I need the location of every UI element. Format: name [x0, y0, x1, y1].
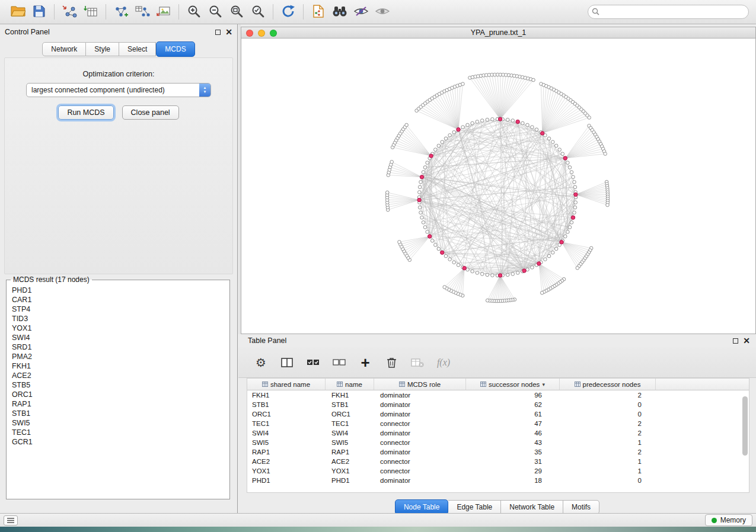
table-row[interactable]: ACE2 ACE2 connector 31 1: [247, 457, 749, 466]
import-table-button[interactable]: [80, 2, 101, 21]
tab-network[interactable]: Network: [42, 42, 86, 56]
delete-column-button[interactable]: [384, 354, 398, 371]
table-row[interactable]: SWI5 SWI5 connector 43 1: [247, 438, 749, 447]
status-menu-button[interactable]: [4, 515, 18, 525]
tab-edge-table[interactable]: Edge Table: [448, 500, 501, 514]
cytoscape-window: Control Panel ✕ Network Style Select MCD…: [0, 0, 756, 532]
mcds-result-item[interactable]: GCR1: [8, 437, 228, 447]
table-row[interactable]: YOX1 YOX1 connector 29 1: [247, 466, 749, 476]
table-row[interactable]: SWI4 SWI4 dominator 46 2: [247, 428, 749, 438]
import-network-icon: [62, 5, 77, 20]
deselect-all-button[interactable]: [332, 354, 346, 371]
mcds-result-item[interactable]: PHD1: [8, 286, 228, 295]
column-header-name[interactable]: name: [326, 379, 374, 390]
network-window-titlebar[interactable]: YPA_prune.txt_1: [241, 27, 755, 39]
network-graph[interactable]: [241, 39, 755, 334]
binoculars-icon: [331, 5, 348, 19]
optimization-select[interactable]: largest connected component (undirected)…: [26, 83, 211, 97]
float-panel-icon[interactable]: [215, 30, 221, 35]
add-column-button[interactable]: +: [358, 354, 372, 371]
export-document-button[interactable]: [308, 2, 329, 21]
save-button[interactable]: [28, 2, 50, 21]
table-row[interactable]: TEC1 TEC1 connector 47 2: [247, 419, 749, 428]
mcds-options-card: Optimization criterion: largest connecte…: [4, 57, 233, 274]
close-window-icon[interactable]: [246, 30, 253, 37]
zoom-fit-button[interactable]: [226, 2, 247, 21]
run-mcds-button[interactable]: Run MCDS: [58, 105, 113, 120]
mcds-result-item[interactable]: PMA2: [8, 352, 228, 361]
mcds-result-box: MCDS result (17 nodes) PHD1 CAR1 STP4 TI…: [6, 275, 230, 499]
mcds-result-item[interactable]: ORC1: [8, 390, 228, 399]
mcds-result-item[interactable]: CAR1: [8, 295, 228, 305]
mcds-result-item[interactable]: FKH1: [8, 361, 228, 371]
zoom-out-button[interactable]: [205, 2, 226, 21]
trash-icon: [387, 357, 397, 368]
table-row[interactable]: FKH1 FKH1 dominator 96 2: [247, 390, 749, 400]
column-header-shared-name[interactable]: shared name: [247, 379, 326, 390]
table-row[interactable]: ORC1 ORC1 dominator 61 0: [247, 409, 749, 419]
desktop-wallpaper: [0, 527, 756, 532]
table-settings-button[interactable]: ⚙: [254, 354, 268, 371]
close-panel-icon[interactable]: ✕: [225, 28, 232, 36]
network-from-table-button[interactable]: [132, 2, 153, 21]
eye-icon: [375, 6, 390, 18]
mcds-result-item[interactable]: YOX1: [8, 323, 228, 333]
tab-mcds[interactable]: MCDS: [156, 41, 194, 57]
column-grid-icon: [262, 382, 268, 387]
close-panel-button[interactable]: Close panel: [122, 105, 179, 120]
mcds-result-item[interactable]: STB1: [8, 409, 228, 418]
import-network-button[interactable]: [59, 2, 80, 21]
tab-network-table[interactable]: Network Table: [501, 500, 563, 514]
memory-button[interactable]: Memory: [705, 514, 752, 526]
mcds-result-item[interactable]: SWI4: [8, 333, 228, 342]
tab-motifs[interactable]: Motifs: [563, 500, 599, 514]
table-row[interactable]: RAP1 RAP1 dominator 35 2: [247, 447, 749, 457]
column-header-successor-nodes[interactable]: successor nodes ▾: [466, 379, 560, 390]
zoom-in-icon: [187, 4, 201, 20]
zoom-in-button[interactable]: [183, 2, 205, 21]
search-icon: [592, 8, 599, 15]
network-from-table-icon: [135, 5, 150, 20]
show-columns-button[interactable]: [280, 354, 294, 371]
deselect-all-icon: [333, 358, 346, 367]
tab-style[interactable]: Style: [86, 42, 119, 56]
zoom-fit-icon: [229, 4, 244, 20]
mcds-result-item[interactable]: TEC1: [8, 428, 228, 437]
mcds-result-item[interactable]: RAP1: [8, 399, 228, 409]
close-table-panel-icon[interactable]: ✕: [743, 336, 750, 345]
table-scrollbar[interactable]: [742, 396, 748, 456]
search-network-button[interactable]: [329, 2, 350, 21]
columns-icon: [281, 358, 293, 367]
network-canvas[interactable]: [241, 39, 755, 334]
column-header-predecessor-nodes[interactable]: predecessor nodes: [560, 379, 656, 390]
table-row[interactable]: STB1 STB1 dominator 62 0: [247, 400, 749, 409]
maximize-window-icon[interactable]: [270, 30, 277, 37]
optimization-select-value: largest connected component (undirected): [27, 86, 199, 94]
new-network-button[interactable]: [110, 2, 132, 21]
minimize-window-icon[interactable]: [258, 30, 265, 37]
tab-select[interactable]: Select: [119, 42, 156, 56]
show-panels-button[interactable]: [372, 2, 393, 21]
mcds-result-item[interactable]: SRD1: [8, 342, 228, 352]
open-file-icon: [11, 5, 25, 19]
toolbar-separator: [303, 4, 304, 20]
select-all-button[interactable]: [306, 354, 320, 371]
zoom-selected-button[interactable]: [247, 2, 269, 21]
mcds-result-item[interactable]: STB5: [8, 380, 228, 390]
delete-table-icon: [411, 358, 424, 367]
mcds-result-item[interactable]: STP4: [8, 305, 228, 314]
column-header-mcds-role[interactable]: MCDS role: [374, 379, 466, 390]
refresh-layout-button[interactable]: [277, 2, 299, 21]
toolbar-separator: [54, 4, 55, 20]
toolbar-separator: [273, 4, 273, 20]
search-input[interactable]: [588, 5, 749, 19]
table-row[interactable]: PHD1 PHD1 dominator 18 0: [247, 476, 749, 485]
open-file-button[interactable]: [7, 2, 28, 21]
float-table-panel-icon[interactable]: [733, 338, 738, 344]
mcds-result-item[interactable]: SWI5: [8, 418, 228, 428]
network-window: YPA_prune.txt_1: [241, 27, 756, 334]
hide-panels-button[interactable]: [350, 2, 372, 21]
mcds-result-item[interactable]: TID3: [8, 314, 228, 323]
mcds-result-item[interactable]: ACE2: [8, 371, 228, 380]
export-image-button[interactable]: [153, 2, 174, 21]
